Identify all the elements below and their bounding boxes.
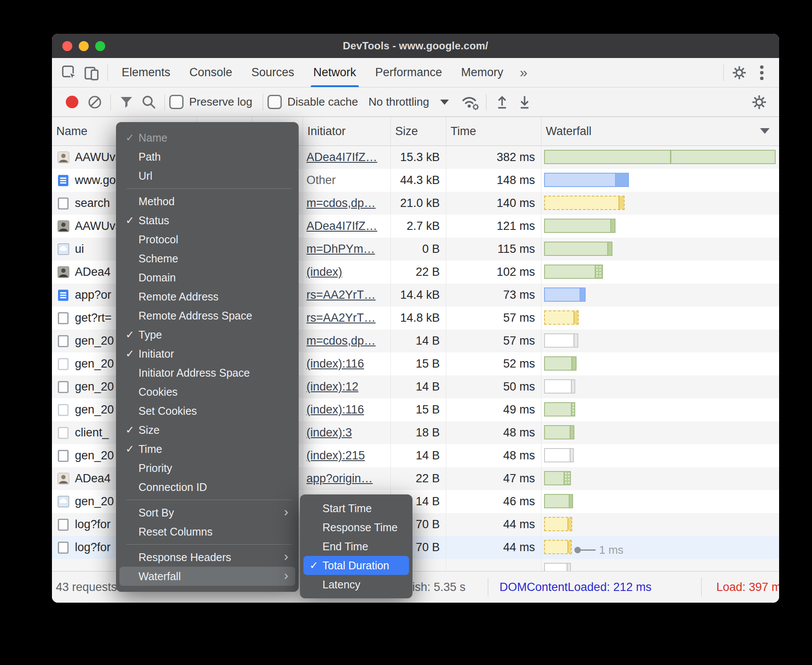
initiator-link[interactable]: (index):215 (306, 449, 365, 462)
menu-item-path[interactable]: Path › (119, 147, 295, 166)
search-icon (141, 94, 157, 110)
initiator-link[interactable]: rs=AA2YrT… (306, 288, 376, 302)
menu-item-initiator[interactable]: ✓ Initiator › (119, 344, 295, 363)
menu-item-remote-address-space[interactable]: Remote Address Space › (119, 306, 295, 325)
column-header-waterfall[interactable]: Waterfall (541, 117, 779, 145)
initiator-link[interactable]: m=cdos,dp… (306, 197, 376, 210)
menu-item-set-cookies[interactable]: Set Cookies › (119, 401, 295, 420)
zoom-window-button[interactable] (95, 41, 105, 51)
initiator-link[interactable]: ADea4I7IfZ… (306, 220, 377, 233)
initiator-cell[interactable]: ADea4I7IfZ… (303, 215, 391, 238)
more-tabs-button[interactable]: » (513, 65, 535, 81)
throttling-select[interactable]: No throttling (368, 95, 429, 109)
tab-network[interactable]: Network (304, 58, 366, 87)
tab-console[interactable]: Console (180, 58, 242, 87)
clear-network-log-button[interactable] (84, 91, 106, 113)
initiator-cell[interactable]: rs=AA2YrT… (303, 284, 391, 307)
initiator-link[interactable]: m=DhPYm… (306, 242, 375, 256)
waterfall-cell (541, 398, 779, 421)
chevron-down-icon[interactable] (440, 100, 449, 105)
menu-item-response-headers[interactable]: Response Headers › (119, 548, 295, 567)
menu-item-size[interactable]: ✓ Size › (119, 420, 295, 439)
menu-item-protocol[interactable]: Protocol › (119, 230, 295, 249)
tab-elements[interactable]: Elements (112, 58, 180, 87)
image-icon (57, 243, 69, 255)
menu-item-latency[interactable]: Latency › (303, 575, 409, 594)
initiator-cell[interactable]: (index):3 (303, 421, 391, 444)
menu-item-reset-columns[interactable]: Reset Columns › (119, 522, 295, 541)
menu-item-priority[interactable]: Priority › (119, 458, 295, 478)
menu-item-status[interactable]: ✓ Status › (119, 211, 295, 230)
tab-memory[interactable]: Memory (451, 58, 513, 87)
menu-item-method[interactable]: Method › (119, 192, 295, 211)
menu-item-sort-by[interactable]: Sort By › (119, 503, 295, 522)
initiator-cell[interactable]: (index):116 (303, 398, 391, 421)
menu-item-name[interactable]: ✓ Name › (119, 128, 295, 147)
initiator-cell[interactable]: m=DhPYm… (303, 238, 391, 261)
gear-icon (750, 93, 769, 112)
initiator-cell[interactable]: app?origin… (303, 467, 391, 490)
settings-button[interactable] (728, 61, 751, 84)
tab-performance[interactable]: Performance (366, 58, 452, 87)
import-har-button[interactable] (491, 91, 513, 113)
initiator-link[interactable]: (index):116 (306, 357, 364, 371)
customize-devtools-button[interactable] (751, 61, 773, 84)
menu-item-cookies[interactable]: Cookies › (119, 382, 295, 401)
doc-light-icon (57, 427, 69, 439)
waterfall-sort-icon[interactable] (760, 128, 770, 134)
initiator-link[interactable]: ADea4I7IfZ… (306, 151, 377, 164)
menu-item-total-duration[interactable]: ✓ Total Duration › (303, 556, 409, 575)
menu-item-scheme[interactable]: Scheme › (119, 249, 295, 268)
menu-item-connection-id[interactable]: Connection ID › (119, 478, 295, 497)
initiator-cell[interactable]: (index):12 (303, 375, 391, 398)
menu-item-initiator-address-space[interactable]: Initiator Address Space › (119, 363, 295, 382)
tab-sources[interactable]: Sources (242, 58, 304, 87)
menu-item-type[interactable]: ✓ Type › (119, 325, 295, 344)
network-settings-button[interactable] (748, 91, 770, 113)
initiator-link[interactable]: (index):3 (306, 426, 352, 439)
search-button[interactable] (138, 91, 160, 113)
initiator-link[interactable]: Other (306, 174, 336, 187)
initiator-link[interactable]: (index):12 (306, 380, 358, 394)
initiator-link[interactable]: (index):116 (306, 403, 364, 416)
menu-item-start-time[interactable]: Start Time › (303, 499, 409, 518)
disable-cache-checkbox[interactable] (267, 95, 282, 109)
minimize-window-button[interactable] (79, 41, 89, 51)
disable-cache-label[interactable]: Disable cache (287, 95, 358, 109)
preserve-log-label[interactable]: Preserve log (189, 95, 252, 109)
filter-button[interactable] (115, 91, 138, 113)
initiator-cell[interactable]: ADea4I7IfZ… (303, 146, 391, 169)
column-header-time[interactable]: Time (446, 117, 541, 145)
waterfall-bar (544, 448, 574, 462)
initiator-cell[interactable]: rs=AA2YrT… (303, 307, 391, 329)
initiator-link[interactable]: app?origin… (306, 472, 373, 485)
initiator-cell[interactable]: (index) (303, 261, 391, 284)
initiator-link[interactable]: m=cdos,dp… (306, 334, 376, 348)
inspect-element-button[interactable] (58, 61, 81, 84)
doc-grey-icon (57, 197, 69, 210)
initiator-link[interactable]: rs=AA2YrT… (306, 311, 376, 325)
network-conditions-button[interactable] (459, 91, 482, 113)
column-header-initiator[interactable]: Initiator (303, 117, 391, 145)
record-network-log-button[interactable] (66, 96, 78, 108)
initiator-cell[interactable]: m=cdos,dp… (303, 192, 391, 215)
column-header-size[interactable]: Size (391, 117, 446, 145)
device-toolbar-button[interactable] (81, 61, 103, 84)
initiator-link[interactable]: (index) (306, 265, 342, 279)
initiator-cell[interactable]: (index):116 (303, 352, 391, 375)
menu-item-waterfall[interactable]: Waterfall › (119, 567, 295, 586)
title-bar[interactable]: DevTools - www.google.com/ (52, 34, 779, 58)
export-har-button[interactable] (513, 91, 536, 113)
menu-item-time[interactable]: ✓ Time › (119, 439, 295, 458)
menu-item-domain[interactable]: Domain › (119, 268, 295, 287)
menu-item-url[interactable]: Url › (119, 166, 295, 185)
request-name: client_ (75, 426, 109, 439)
close-window-button[interactable] (62, 41, 72, 51)
initiator-cell[interactable]: m=cdos,dp… (303, 329, 391, 352)
menu-item-end-time[interactable]: End Time › (303, 537, 409, 556)
initiator-cell[interactable]: Other (303, 169, 391, 192)
menu-item-response-time[interactable]: Response Time › (303, 518, 409, 537)
initiator-cell[interactable]: (index):215 (303, 444, 391, 467)
preserve-log-checkbox[interactable] (169, 95, 184, 109)
menu-item-remote-address[interactable]: Remote Address › (119, 287, 295, 306)
